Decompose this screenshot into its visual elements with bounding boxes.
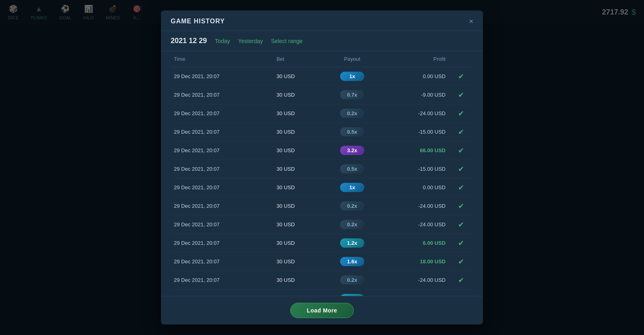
cell-profit: 6.00 USD — [382, 234, 449, 252]
history-table: Time Bet Payout Profit 29 Dec 2021, 20:0… — [171, 51, 473, 296]
cell-profit: 0.00 USD — [382, 67, 449, 86]
cell-verified: ✔ — [449, 104, 473, 123]
yesterday-filter-button[interactable]: Yesterday — [238, 38, 263, 44]
cell-bet: 30 USD — [273, 215, 322, 234]
cell-verified: ✔ — [449, 234, 473, 252]
table-header-row: Time Bet Payout Profit — [171, 51, 473, 67]
verified-icon: ✔ — [458, 147, 464, 155]
verified-icon: ✔ — [458, 184, 464, 192]
table-row: 29 Dec 2021, 20:0730 USD0.2x-24.00 USD✔ — [171, 104, 473, 123]
cell-verified: ✔ — [449, 178, 473, 197]
table-row: 29 Dec 2021, 20:0730 USD1.2x6.00 USD✔ — [171, 290, 473, 296]
verified-icon: ✔ — [458, 276, 464, 284]
cell-verified: ✔ — [449, 252, 473, 271]
cell-profit: -15.00 USD — [382, 160, 449, 178]
cell-bet: 30 USD — [273, 141, 322, 160]
cell-time: 29 Dec 2021, 20:07 — [171, 178, 273, 197]
table-row: 29 Dec 2021, 20:0730 USD3.2x66.00 USD✔ — [171, 141, 473, 160]
payout-badge: 1.6x — [340, 257, 364, 266]
table-row: 29 Dec 2021, 20:0730 USD1.6x18.00 USD✔ — [171, 252, 473, 271]
payout-badge: 0.5x — [340, 127, 364, 136]
cell-payout: 0.5x — [322, 160, 382, 178]
history-table-container: Time Bet Payout Profit 29 Dec 2021, 20:0… — [161, 51, 483, 296]
modal-subheader: 2021 12 29 Today Yesterday Select range — [161, 31, 483, 51]
cell-time: 29 Dec 2021, 20:07 — [171, 234, 273, 252]
verified-icon: ✔ — [458, 202, 464, 210]
cell-payout: 1x — [322, 178, 382, 197]
cell-payout: 0.5x — [322, 123, 382, 141]
table-row: 29 Dec 2021, 20:0730 USD1x0.00 USD✔ — [171, 67, 473, 86]
col-header-payout: Payout — [322, 51, 382, 67]
cell-verified: ✔ — [449, 86, 473, 104]
cell-time: 29 Dec 2021, 20:07 — [171, 86, 273, 104]
cell-profit: 18.00 USD — [382, 252, 449, 271]
cell-time: 29 Dec 2021, 20:07 — [171, 271, 273, 290]
col-header-time: Time — [171, 51, 273, 67]
cell-profit: -24.00 USD — [382, 197, 449, 215]
cell-bet: 30 USD — [273, 271, 322, 290]
cell-verified: ✔ — [449, 160, 473, 178]
cell-payout: 1.2x — [322, 290, 382, 296]
load-more-button[interactable]: Load More — [290, 303, 353, 318]
cell-payout: 0.7x — [322, 86, 382, 104]
cell-verified: ✔ — [449, 197, 473, 215]
cell-bet: 30 USD — [273, 197, 322, 215]
verified-icon: ✔ — [458, 128, 464, 136]
table-row: 29 Dec 2021, 20:0730 USD0.2x-24.00 USD✔ — [171, 271, 473, 290]
date-label: 2021 12 29 — [171, 37, 207, 45]
cell-payout: 0.2x — [322, 197, 382, 215]
cell-payout: 0.2x — [322, 104, 382, 123]
cell-bet: 30 USD — [273, 104, 322, 123]
cell-time: 29 Dec 2021, 20:07 — [171, 197, 273, 215]
payout-badge: 3.2x — [340, 146, 364, 155]
cell-verified: ✔ — [449, 123, 473, 141]
verified-icon: ✔ — [458, 72, 464, 81]
cell-verified: ✔ — [449, 290, 473, 296]
payout-badge: 1.2x — [340, 238, 364, 248]
payout-badge: 0.7x — [340, 90, 364, 99]
cell-bet: 30 USD — [273, 178, 322, 197]
verified-icon: ✔ — [458, 239, 464, 247]
verified-icon: ✔ — [458, 110, 464, 118]
payout-badge: 1x — [340, 183, 364, 192]
cell-time: 29 Dec 2021, 20:07 — [171, 290, 273, 296]
verified-icon: ✔ — [458, 165, 464, 173]
table-row: 29 Dec 2021, 20:0730 USD1.2x6.00 USD✔ — [171, 234, 473, 252]
cell-profit: 6.00 USD — [382, 290, 449, 296]
col-header-profit: Profit — [382, 51, 449, 67]
payout-badge: 0.2x — [340, 220, 364, 229]
payout-badge: 0.2x — [340, 201, 364, 211]
cell-profit: -15.00 USD — [382, 123, 449, 141]
cell-verified: ✔ — [449, 271, 473, 290]
cell-payout: 3.2x — [322, 141, 382, 160]
cell-bet: 30 USD — [273, 86, 322, 104]
cell-time: 29 Dec 2021, 20:07 — [171, 123, 273, 141]
table-row: 29 Dec 2021, 20:0730 USD1x0.00 USD✔ — [171, 178, 473, 197]
cell-verified: ✔ — [449, 215, 473, 234]
cell-profit: 0.00 USD — [382, 178, 449, 197]
verified-icon: ✔ — [458, 258, 464, 266]
table-row: 29 Dec 2021, 20:0730 USD0.2x-24.00 USD✔ — [171, 215, 473, 234]
cell-bet: 30 USD — [273, 290, 322, 296]
select-range-filter-button[interactable]: Select range — [271, 38, 303, 44]
payout-badge: 1x — [340, 72, 364, 81]
table-row: 29 Dec 2021, 20:0730 USD0.2x-24.00 USD✔ — [171, 197, 473, 215]
history-table-body: 29 Dec 2021, 20:0730 USD1x0.00 USD✔29 De… — [171, 67, 473, 296]
verified-icon: ✔ — [458, 91, 464, 99]
cell-verified: ✔ — [449, 141, 473, 160]
cell-bet: 30 USD — [273, 123, 322, 141]
modal-footer: Load More — [161, 296, 483, 325]
cell-profit: -9.00 USD — [382, 86, 449, 104]
today-filter-button[interactable]: Today — [215, 38, 230, 44]
cell-time: 29 Dec 2021, 20:07 — [171, 215, 273, 234]
cell-payout: 1x — [322, 67, 382, 86]
cell-time: 29 Dec 2021, 20:07 — [171, 67, 273, 86]
close-button[interactable]: × — [469, 18, 473, 25]
payout-badge: 0.2x — [340, 109, 364, 118]
modal-header: GAME HISTORY × — [161, 10, 483, 31]
cell-payout: 0.2x — [322, 271, 382, 290]
verified-icon: ✔ — [458, 221, 464, 229]
cell-time: 29 Dec 2021, 20:07 — [171, 141, 273, 160]
cell-payout: 1.6x — [322, 252, 382, 271]
cell-profit: -24.00 USD — [382, 215, 449, 234]
